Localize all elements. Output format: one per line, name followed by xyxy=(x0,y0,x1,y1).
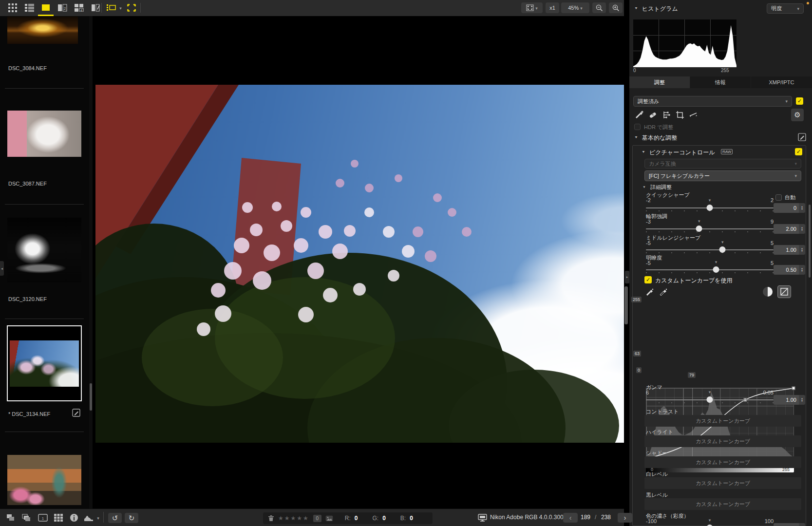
histogram-disclosure-triangle[interactable]: ▼ xyxy=(634,6,638,10)
curve-control-point[interactable] xyxy=(792,387,795,390)
monitor-icon xyxy=(478,514,487,522)
white-balance-picker-icon[interactable] xyxy=(633,110,645,120)
filmstrip-collapse-handle[interactable]: ◂ xyxy=(0,261,4,276)
compare-four-images-icon[interactable]: 4 xyxy=(73,2,85,13)
fullscreen-icon[interactable] xyxy=(126,2,137,13)
zoom-out-button[interactable] xyxy=(592,2,606,13)
color-profile-label: Nikon Adobe RGB 4.0.0.3001 xyxy=(490,514,567,521)
slider-value-box[interactable]: 0 xyxy=(774,203,799,213)
slider-spinner[interactable] xyxy=(799,245,805,255)
undo-button[interactable]: ↺ xyxy=(108,513,122,523)
redo-button[interactable]: ↻ xyxy=(125,513,138,523)
thumbnail-station[interactable] xyxy=(7,218,81,282)
filmstrip-divider xyxy=(5,204,84,205)
zoom-in-button[interactable] xyxy=(609,2,623,13)
levels-curves-icon[interactable] xyxy=(661,110,672,120)
tab-info[interactable]: 情報 xyxy=(690,76,751,88)
thumbnail-flowers-selected[interactable] xyxy=(7,325,82,401)
tone-row-label: 黒レベル xyxy=(646,491,668,499)
info-overlay-icon[interactable] xyxy=(68,512,80,523)
filmstrip-scrollbar-thumb[interactable] xyxy=(90,383,92,411)
saturation-value-box[interactable]: 0 xyxy=(774,523,799,526)
image-label-icon[interactable] xyxy=(325,515,333,522)
edit-list-icon[interactable] xyxy=(798,133,806,141)
slider-spinner[interactable] xyxy=(799,224,805,234)
copy-adjustments-icon[interactable] xyxy=(5,512,17,523)
auto-checkbox[interactable] xyxy=(775,194,782,201)
slider-track[interactable] xyxy=(646,249,774,250)
picture-control-mode-dropdown[interactable]: [FC] フレキシブルカラー▾ xyxy=(644,170,801,181)
basic-section-triangle[interactable]: ▼ xyxy=(634,135,638,139)
thumbnail-list-view-icon[interactable] xyxy=(23,2,35,13)
detail-adjust-triangle[interactable]: ▼ xyxy=(642,185,646,188)
gamma-thumb[interactable] xyxy=(707,396,713,403)
settings-gear-icon[interactable]: ⚙ xyxy=(791,109,804,121)
svg-text:1: 1 xyxy=(42,516,44,521)
white-point-picker-icon[interactable] xyxy=(658,287,669,298)
svg-text:4: 4 xyxy=(80,9,82,12)
single-frame-icon[interactable]: 1 xyxy=(37,512,49,523)
top-toolbar: 2 4 x1 45% xyxy=(0,0,624,16)
trash-icon[interactable] xyxy=(268,515,274,522)
preset-enabled-checkbox[interactable] xyxy=(796,97,803,105)
contrast-icon[interactable] xyxy=(762,286,774,298)
zoom-level-dropdown[interactable]: 45% xyxy=(561,2,589,13)
slider-track[interactable] xyxy=(646,269,774,270)
adjust-panel-body: 調整済み▾ ⚙ HDR で調整 ▼ 基本的な調整 xyxy=(629,88,812,526)
thumbnail-cat[interactable] xyxy=(7,111,81,157)
filmstrip-toggle-chevron-icon[interactable] xyxy=(117,2,123,13)
curve-ymin-tag: 0 xyxy=(636,367,642,373)
straighten-icon[interactable] xyxy=(688,110,699,120)
grid-overlay-icon[interactable] xyxy=(53,512,64,523)
slider-thumb[interactable] xyxy=(696,225,702,232)
black-point-picker-icon[interactable] xyxy=(644,287,656,298)
filmstrip-toggle-icon[interactable] xyxy=(106,2,118,13)
before-after-view-icon[interactable] xyxy=(90,2,101,13)
single-image-view-icon-active[interactable] xyxy=(40,2,52,13)
slider-thumb[interactable] xyxy=(707,205,713,211)
viewer-scrollbar-thumb[interactable] xyxy=(624,286,628,324)
tab-adjust[interactable]: 調整 xyxy=(629,76,690,88)
filmstrip-scrollbar[interactable] xyxy=(89,16,93,508)
slider-thumb[interactable] xyxy=(719,246,726,253)
custom-curve-checkbox[interactable] xyxy=(644,276,652,283)
thumbnail-street[interactable] xyxy=(7,455,81,505)
panel-scrollbar-thumb[interactable] xyxy=(809,205,811,278)
tab-xmp-iptc[interactable]: XMP/IPTC xyxy=(751,76,812,88)
slider-value-box[interactable]: 1.00 xyxy=(774,245,799,255)
hdr-checkbox[interactable] xyxy=(634,124,641,130)
paste-adjustments-icon[interactable] xyxy=(20,512,32,523)
preset-dropdown[interactable]: 調整済み▾ xyxy=(633,96,792,107)
previous-image-button[interactable]: ‹ xyxy=(563,513,578,523)
slider-value-box[interactable]: 2.00 xyxy=(774,224,799,234)
thumbnail-grid-view-icon[interactable] xyxy=(7,2,19,13)
toolbar-divider xyxy=(101,3,102,13)
next-image-button[interactable]: › xyxy=(618,513,632,523)
retouch-brush-icon[interactable] xyxy=(647,110,659,120)
slider-spinner[interactable] xyxy=(799,203,805,213)
histogram-overlay-chevron-icon[interactable] xyxy=(94,512,100,523)
gamma-value-box[interactable]: 1.00 xyxy=(774,395,799,405)
histogram-channel-dropdown[interactable]: 明度▾ xyxy=(767,3,804,14)
slider-track[interactable] xyxy=(646,228,774,229)
label-badge[interactable]: 0 xyxy=(313,515,321,522)
zoom-1to1-button[interactable]: x1 xyxy=(546,2,559,13)
histogram-overlay-icon[interactable] xyxy=(83,512,94,523)
picture-control-triangle[interactable]: ▼ xyxy=(642,150,645,153)
crop-icon[interactable] xyxy=(674,110,686,120)
rating-stars[interactable]: ★★★★★ xyxy=(278,515,309,522)
saturation-spinner[interactable] xyxy=(799,523,805,526)
gamma-spinner[interactable] xyxy=(799,395,805,405)
picture-control-checkbox[interactable] xyxy=(795,148,802,155)
photo-canvas[interactable] xyxy=(95,85,624,443)
fit-to-screen-button[interactable] xyxy=(521,2,543,13)
slider-value-box[interactable]: 0.50 xyxy=(774,265,799,275)
slider-max: 5 xyxy=(646,260,774,266)
linear-curve-button-active[interactable] xyxy=(777,285,791,298)
slider-ticks xyxy=(646,231,774,232)
right-panel-collapse-handle[interactable]: ▸ xyxy=(625,271,629,283)
compare-two-images-icon[interactable]: 2 xyxy=(57,2,68,13)
thumbnail-sunset[interactable] xyxy=(7,17,78,44)
slider-spinner[interactable] xyxy=(799,265,805,275)
slider-thumb[interactable] xyxy=(713,266,719,273)
